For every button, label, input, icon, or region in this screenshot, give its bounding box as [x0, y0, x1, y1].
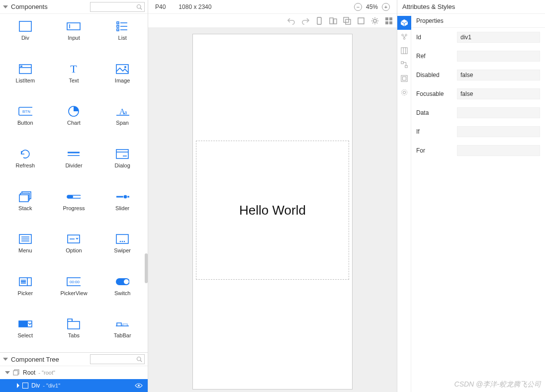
svg-rect-65	[330, 18, 333, 24]
canvas-topbar: P40 1080 x 2340 − 45% +	[148, 0, 397, 14]
phone-icon[interactable]	[315, 17, 323, 25]
svg-line-1	[140, 8, 142, 9]
svg-point-93	[403, 91, 405, 93]
component-switch[interactable]: Switch	[98, 276, 147, 308]
component-image[interactable]: Image	[98, 64, 147, 95]
svg-point-85	[403, 38, 405, 40]
component-tabs[interactable]: Tabs	[50, 318, 98, 350]
tab-border[interactable]	[397, 72, 411, 85]
svg-point-70	[373, 19, 376, 22]
prop-input-ref[interactable]	[457, 51, 540, 62]
components-grid: Div Input List ListItem TText Image BTNB…	[0, 14, 148, 352]
device-resolution: 1080 x 2340	[179, 3, 211, 10]
selected-div-element[interactable]: Hello World	[196, 141, 349, 280]
component-menu[interactable]: Menu	[1, 234, 50, 265]
svg-line-78	[377, 18, 378, 19]
svg-rect-68	[346, 19, 351, 24]
svg-text:T: T	[71, 64, 78, 75]
tab-link[interactable]	[397, 30, 411, 44]
component-refresh[interactable]: Refresh	[1, 149, 50, 180]
tree-search[interactable]	[90, 354, 145, 364]
svg-rect-15	[116, 65, 128, 74]
collapse-icon[interactable]	[3, 358, 8, 361]
svg-line-77	[372, 22, 373, 23]
svg-point-42	[120, 241, 121, 242]
svg-text:BTN: BTN	[22, 109, 30, 114]
box-icon	[22, 383, 28, 389]
svg-rect-2	[19, 21, 31, 31]
component-swiper[interactable]: Swiper	[98, 234, 147, 265]
components-panel: Components Div Input List ListItem TText…	[0, 0, 148, 392]
devices-icon[interactable]	[329, 17, 337, 25]
canvas-stage[interactable]: Hello World	[148, 28, 397, 392]
component-tree-title: Component Tree	[11, 356, 59, 363]
tree-row-root[interactable]: Root - "root"	[0, 366, 148, 379]
component-dialog[interactable]: Dialog	[98, 149, 147, 180]
svg-rect-92	[402, 77, 406, 80]
svg-rect-13	[20, 66, 22, 67]
component-select[interactable]: Select	[1, 318, 50, 350]
search-icon	[136, 4, 142, 10]
prop-input-id[interactable]	[457, 32, 540, 43]
components-scrollbar[interactable]	[145, 253, 148, 283]
svg-line-76	[377, 22, 378, 23]
component-option[interactable]: Option	[50, 234, 98, 265]
svg-rect-80	[389, 17, 392, 20]
component-progress[interactable]: Progress	[50, 191, 98, 223]
device-name: P40	[155, 3, 166, 10]
component-stack[interactable]: Stack	[1, 191, 50, 223]
component-chart[interactable]: Chart	[50, 106, 98, 138]
component-span[interactable]: AaSpan	[98, 106, 147, 138]
tree-row-div[interactable]: Div - "div1"	[0, 379, 148, 392]
overlay-icon[interactable]	[343, 17, 351, 25]
square-icon[interactable]	[357, 17, 365, 25]
tab-layout[interactable]	[397, 44, 411, 58]
component-picker[interactable]: Picker	[1, 276, 50, 308]
tab-advanced[interactable]	[397, 85, 411, 99]
properties-subtitle: Properties	[411, 14, 545, 28]
prop-row-if: If	[416, 126, 540, 137]
svg-line-60	[140, 360, 142, 362]
component-list[interactable]: List	[98, 21, 147, 53]
chevron-right-icon	[17, 383, 19, 388]
component-button[interactable]: BTNButton	[1, 106, 50, 138]
zoom-in-button[interactable]: +	[382, 3, 390, 11]
svg-point-16	[124, 66, 126, 68]
component-slider[interactable]: Slider	[98, 191, 147, 223]
brightness-icon[interactable]	[371, 17, 379, 25]
component-divider[interactable]: Divider	[50, 149, 98, 180]
tab-attributes[interactable]	[397, 16, 411, 30]
zoom-out-button[interactable]: −	[354, 3, 362, 11]
svg-point-94	[401, 89, 407, 95]
prop-input-if[interactable]	[457, 126, 540, 137]
component-text[interactable]: TText	[50, 64, 98, 95]
svg-rect-5	[117, 22, 119, 24]
device-frame[interactable]: Hello World	[192, 34, 353, 390]
collapse-icon[interactable]	[3, 5, 8, 8]
properties-list: Id Ref Disabled Focusable Data If For	[411, 28, 545, 160]
layers-icon	[13, 369, 20, 376]
svg-rect-25	[116, 150, 128, 158]
canvas-toolbar	[148, 14, 397, 28]
component-pickerview[interactable]: 00:00PickerView	[50, 276, 98, 308]
component-listitem[interactable]: ListItem	[1, 64, 50, 95]
prop-input-for[interactable]	[457, 145, 540, 156]
visibility-icon[interactable]	[135, 383, 143, 389]
svg-rect-56	[68, 321, 80, 329]
component-input[interactable]: Input	[50, 21, 98, 53]
svg-point-34	[123, 195, 127, 199]
prop-row-ref: Ref	[416, 51, 540, 62]
svg-rect-81	[385, 21, 388, 24]
settings-icon[interactable]	[385, 17, 393, 25]
redo-icon[interactable]	[301, 17, 309, 25]
components-search[interactable]	[90, 2, 145, 12]
component-tabbar[interactable]: TabBar	[98, 318, 147, 350]
undo-icon[interactable]	[287, 17, 295, 25]
chevron-down-icon	[5, 371, 10, 374]
tab-flow[interactable]	[397, 58, 411, 72]
prop-input-focusable[interactable]	[457, 88, 540, 99]
component-div[interactable]: Div	[1, 21, 50, 53]
prop-input-disabled[interactable]	[457, 70, 540, 80]
prop-row-data: Data	[416, 107, 540, 118]
prop-input-data[interactable]	[457, 107, 540, 118]
